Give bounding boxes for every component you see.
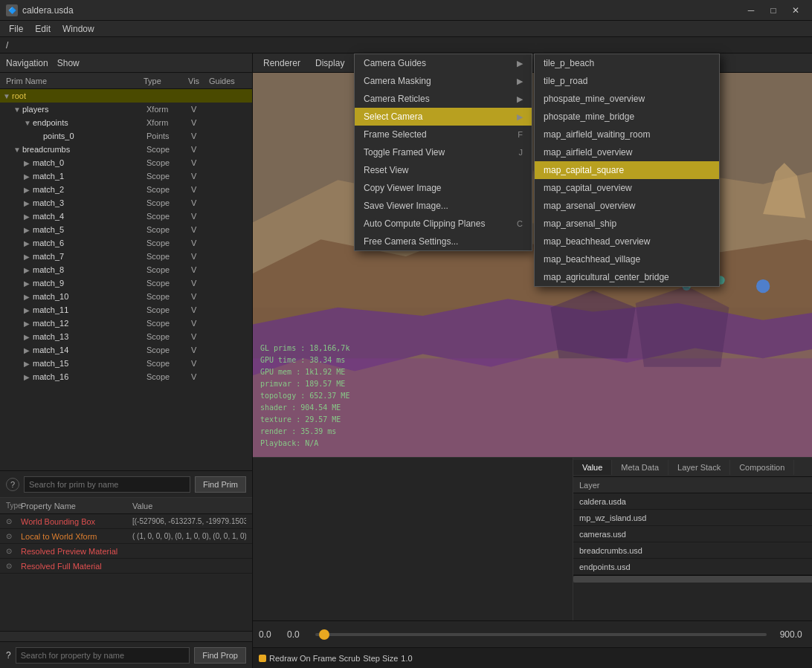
tree-item[interactable]: ▶ match_8 Scope V (0, 263, 252, 276)
tree-arrow-icon: ▶ (24, 253, 33, 261)
maximize-button[interactable]: □ (763, 2, 784, 19)
minimize-button[interactable]: ─ (741, 2, 761, 19)
prop-type-icon: ⊙ (6, 562, 21, 570)
prop-value: [(-527906, -613237.5, -19979.15039...8.4… (132, 517, 246, 525)
layer-row[interactable]: caldera.usda (573, 493, 812, 510)
search-prim-bar: ? Find Prim (0, 470, 252, 497)
close-button[interactable]: ✕ (785, 2, 806, 19)
property-row[interactable]: ⊙ World Bounding Box [(-527906, -613237.… (0, 514, 252, 529)
tree-arrow-icon: ▶ (24, 159, 33, 167)
tree-item[interactable]: ▶ match_3 Scope V (0, 196, 252, 210)
menu-edit[interactable]: Edit (29, 22, 57, 36)
tree-item[interactable]: ▶ match_9 Scope V (0, 276, 252, 290)
prop-name: Local to World Xform (21, 532, 132, 541)
tree-item-vis: V (191, 145, 212, 154)
tree-arrow-icon: ▶ (24, 360, 33, 368)
find-prop-button[interactable]: Find Prop (194, 647, 246, 664)
search-prim-input[interactable] (24, 476, 190, 493)
tree-item-name: match_15 (33, 359, 146, 368)
layer-row[interactable]: endpoints.usd (573, 559, 812, 575)
menu-bar: File Edit Window (0, 21, 812, 37)
breadcrumb: / (0, 37, 812, 53)
layer-scrollbar[interactable] (573, 575, 812, 583)
layer-row[interactable]: cameras.usd (573, 526, 812, 542)
tree-item-vis: V (191, 239, 212, 247)
tree-item[interactable]: ▶ match_6 Scope V (0, 236, 252, 250)
tree-item-name: match_6 (33, 239, 146, 247)
tree-item-name: match_2 (33, 185, 146, 194)
frame-dot-icon (259, 655, 266, 662)
properties-scrollbar[interactable] (0, 631, 252, 641)
timeline-slider[interactable] (315, 633, 767, 636)
vp-menu-select[interactable]: Select (352, 56, 391, 70)
prop-name: Resolved Preview Material (21, 547, 132, 556)
tree-item[interactable]: ▶ match_16 Scope V (0, 370, 252, 383)
tree-item[interactable]: points_0 Points V (0, 129, 252, 143)
tree-arrow-icon: ▼ (3, 92, 12, 100)
viewport[interactable]: GL prims : 18,166,7k GPU time : 38.34 ms… (253, 73, 812, 457)
tree-item[interactable]: ▶ match_14 Scope V (0, 343, 252, 357)
tab-composition[interactable]: Composition (730, 460, 794, 475)
search-prop-input[interactable] (16, 647, 190, 664)
layer-row[interactable]: breadcrumbs.usd (573, 542, 812, 559)
tree-item[interactable]: ▶ match_1 Scope V (0, 169, 252, 183)
navigation-btn[interactable]: Navigation (6, 58, 48, 68)
search-prim-help[interactable]: ? (6, 478, 19, 491)
properties-panel: Type Property Name Value ⊙ World Boundin… (0, 497, 252, 668)
menu-window[interactable]: Window (57, 22, 100, 36)
tree-item[interactable]: ▼ root (0, 89, 252, 103)
tree-arrow-icon: ▶ (24, 266, 33, 274)
tree-item[interactable]: ▼ endpoints Xform V (0, 116, 252, 129)
svg-point-18 (547, 219, 554, 226)
scene-view: GL prims : 18,166,7k GPU time : 38.34 ms… (253, 73, 812, 457)
tab-metadata[interactable]: Meta Data (612, 460, 668, 475)
app-icon: 🔷 (6, 4, 18, 16)
layer-scrollbar-thumb (573, 576, 812, 583)
tree-item[interactable]: ▶ match_2 Scope V (0, 183, 252, 196)
property-row[interactable]: ⊙ Resolved Full Material (0, 559, 252, 574)
timeline-thumb[interactable] (319, 629, 329, 640)
search-prop-help[interactable]: ? (6, 650, 11, 661)
tree-item[interactable]: ▼ breadcrumbs Scope V (0, 143, 252, 156)
vp-menu-camera[interactable]: Camera (392, 56, 439, 70)
property-row[interactable]: ⊙ Local to World Xform ( (1, 0, 0, 0), (… (0, 529, 252, 544)
tree-item[interactable]: ▶ match_5 Scope V (0, 223, 252, 236)
layer-row[interactable]: mp_wz_island.usd (573, 510, 812, 526)
tree-item-name: match_13 (33, 332, 146, 341)
redraw-label: Redraw On Frame Scrub (269, 654, 360, 663)
tree-item[interactable]: ▶ match_10 Scope V (0, 290, 252, 303)
right-panel: Renderer Display Select Camera Lights Hy… (253, 53, 812, 668)
tree-item-name: match_10 (33, 292, 146, 301)
vp-menu-display[interactable]: Display (308, 56, 352, 70)
layer-name: mp_wz_island.usd (579, 513, 647, 522)
tree-item-vis: V (191, 118, 212, 127)
property-row[interactable]: ⊙ Resolved Preview Material (0, 544, 252, 559)
tree-item[interactable]: ▶ match_7 Scope V (0, 250, 252, 263)
tree-item-vis: V (191, 132, 212, 140)
tab-value[interactable]: Value (573, 460, 612, 475)
viewport-stats: GL prims : 18,166,7k GPU time : 38.34 ms… (260, 343, 349, 450)
tree-item[interactable]: ▶ match_0 Scope V (0, 156, 252, 169)
vp-menu-renderer[interactable]: Renderer (256, 56, 308, 70)
show-btn[interactable]: Show (57, 58, 80, 68)
tree-item-vis: V (191, 346, 212, 354)
tree-item-name: match_5 (33, 225, 146, 234)
tree-item[interactable]: ▶ match_4 Scope V (0, 210, 252, 223)
menu-file[interactable]: File (3, 22, 29, 36)
tree-item[interactable]: ▶ match_11 Scope V (0, 303, 252, 317)
tree-item[interactable]: ▼ players Xform V (0, 103, 252, 116)
tree-arrow-icon: ▶ (24, 186, 33, 194)
tree-item[interactable]: ▶ match_15 Scope V (0, 357, 252, 370)
tree-item[interactable]: ▶ match_12 Scope V (0, 317, 252, 330)
tree-item-name: players (22, 105, 146, 114)
info-panel: Value Meta Data Layer Stack Composition … (253, 457, 812, 620)
layer-list: caldera.usdamp_wz_island.usdcameras.usdb… (573, 493, 812, 575)
prop-name: Resolved Full Material (21, 562, 132, 571)
tab-layerstack[interactable]: Layer Stack (668, 460, 730, 475)
breadcrumb-path: / (6, 40, 8, 51)
tree-item[interactable]: ▶ match_13 Scope V (0, 330, 252, 343)
vp-menu-lights[interactable]: Lights (438, 56, 477, 70)
find-prim-button[interactable]: Find Prim (195, 476, 246, 493)
prop-value: ( (1, 0, 0, 0), (0, 1, 0, 0), (0, 0, 1, … (132, 532, 246, 540)
prop-name: World Bounding Box (21, 517, 132, 526)
